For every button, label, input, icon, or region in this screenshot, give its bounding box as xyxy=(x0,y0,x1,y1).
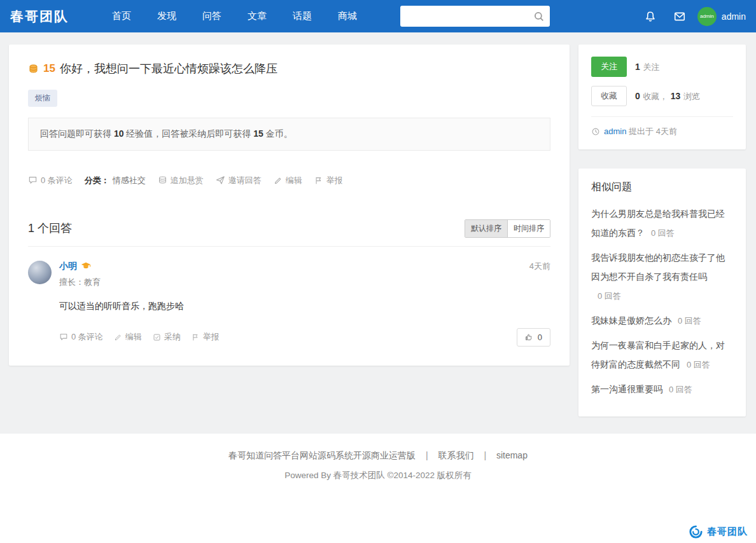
answer-author-link[interactable]: 小明 xyxy=(59,261,77,272)
similar-question-link[interactable]: 我妹妹是傲娇怎么办 xyxy=(591,315,671,326)
answer-edit-button[interactable]: 编辑 xyxy=(114,331,142,343)
category-link[interactable]: 情感社交 xyxy=(113,175,146,186)
upvote-count: 0 xyxy=(538,333,542,342)
footer-brand-logo[interactable]: 春哥团队 xyxy=(688,524,748,540)
answer-comments-label: 0 条评论 xyxy=(71,331,103,343)
comments-count-label: 0 条评论 xyxy=(41,175,73,186)
comment-bubble-icon xyxy=(28,175,38,185)
main-content: 15 你好，我想问一下最近心情烦躁该怎么降压 烦恼 回答问题即可获得 10 经验… xyxy=(0,32,756,434)
nav-item-discover[interactable]: 发现 xyxy=(153,8,180,25)
graduation-cap-icon xyxy=(81,262,91,270)
question-reward: 15 xyxy=(43,62,55,75)
answer-content: 可以适当的听听音乐，跑跑步哈 xyxy=(59,299,550,313)
follow-button[interactable]: 关注 xyxy=(591,57,627,77)
answer-sort-group: 默认排序 时间排序 xyxy=(465,219,550,238)
reward-notice: 回答问题即可获得 10 经验值，回答被采纳后即可获得 15 金币。 xyxy=(28,118,550,151)
similar-answer-count: 0 回答 xyxy=(651,228,675,238)
similar-answer-count: 0 回答 xyxy=(678,316,701,326)
similar-answer-count: 0 回答 xyxy=(687,360,710,369)
answer-comments-toggle[interactable]: 0 条评论 xyxy=(59,331,103,343)
footer-separator: | xyxy=(426,450,428,460)
topic-tag[interactable]: 烦恼 xyxy=(28,90,57,107)
asked-time-label: 提出于 4天前 xyxy=(629,127,677,136)
answer-report-label: 举报 xyxy=(203,331,220,343)
notifications-bell-icon[interactable] xyxy=(644,10,657,23)
nav-item-shop[interactable]: 商城 xyxy=(334,8,361,25)
messages-envelope-icon[interactable] xyxy=(673,10,686,23)
category-label: 分类： xyxy=(85,175,109,186)
question-title: 你好，我想问一下最近心情烦躁该怎么降压 xyxy=(60,61,277,76)
pencil-icon xyxy=(114,333,122,341)
search-input[interactable] xyxy=(407,6,533,27)
answers-count-heading: 1 个回答 xyxy=(28,221,72,236)
upvote-button[interactable]: 0 xyxy=(517,328,550,347)
answer-edit-label: 编辑 xyxy=(125,331,142,343)
collect-button[interactable]: 收藏 xyxy=(591,86,627,106)
user-avatar[interactable]: admin xyxy=(697,7,717,26)
similar-question-link[interactable]: 第一沟通很重要吗 xyxy=(591,384,662,394)
question-card: 15 你好，我想问一下最近心情烦躁该怎么降压 烦恼 回答问题即可获得 10 经验… xyxy=(9,45,570,366)
footer-contact-link[interactable]: 联系我们 xyxy=(438,450,473,460)
invite-answer-label: 邀请回答 xyxy=(228,175,262,186)
nav-item-articles[interactable]: 文章 xyxy=(244,8,270,25)
answer-action-bar: 0 条评论 编辑 xyxy=(59,328,550,347)
views-count: 13 xyxy=(671,91,681,101)
add-bounty-button[interactable]: 追加悬赏 xyxy=(158,175,204,186)
answer-accept-label: 采纳 xyxy=(164,331,181,343)
report-question-label: 举报 xyxy=(326,175,343,186)
edit-question-button[interactable]: 编辑 xyxy=(274,175,302,186)
comment-bubble-icon xyxy=(59,333,68,341)
similar-answer-count: 0 回答 xyxy=(598,291,621,301)
divider xyxy=(591,116,733,117)
flag-icon xyxy=(192,333,200,341)
invite-answer-button[interactable]: 邀请回答 xyxy=(216,175,262,186)
list-item: 第一沟通很重要吗0 回答 xyxy=(591,380,733,399)
nav-item-questions[interactable]: 问答 xyxy=(199,8,225,25)
answer-author-avatar[interactable] xyxy=(28,261,52,284)
sort-time-button[interactable]: 时间排序 xyxy=(508,220,550,237)
nav-item-home[interactable]: 首页 xyxy=(108,8,135,25)
notice-exp-value: 10 xyxy=(114,128,124,139)
answers-header: 1 个回答 默认排序 时间排序 xyxy=(28,219,550,247)
answer-expertise: 擅长：教育 xyxy=(59,277,550,288)
similar-questions-card: 相似问题 为什么男朋友总是给我科普我已经知道的东西？0 回答 我告诉我朋友他的初… xyxy=(578,168,746,416)
main-nav: 首页 发现 问答 文章 话题 商城 xyxy=(108,8,361,25)
list-item: 为什么男朋友总是给我科普我已经知道的东西？0 回答 xyxy=(591,204,733,243)
site-logo[interactable]: 春哥团队 xyxy=(10,8,69,25)
report-question-button[interactable]: 举报 xyxy=(314,175,343,186)
paper-plane-icon xyxy=(216,175,225,185)
similar-question-link[interactable]: 我告诉我朋友他的初恋生孩子了他因为想不开自杀了我有责任吗 xyxy=(591,252,725,282)
comments-toggle[interactable]: 0 条评论 xyxy=(28,175,73,186)
clock-icon xyxy=(591,127,600,136)
answer-accept-button[interactable]: 采纳 xyxy=(153,331,181,343)
expertise-topic-link[interactable]: 教育 xyxy=(84,277,101,287)
notice-coin-value: 15 xyxy=(253,128,263,139)
notice-text: 金币。 xyxy=(263,128,293,139)
reward-coins-icon xyxy=(28,64,39,74)
thumbs-up-icon xyxy=(525,333,533,341)
search-button[interactable] xyxy=(533,11,545,22)
answer-report-button[interactable]: 举报 xyxy=(192,331,220,343)
user-menu[interactable]: admin admin xyxy=(697,7,746,26)
footer: 春哥知道问答平台网站源码系统开源商业运营版 | 联系我们 | sitemap P… xyxy=(0,434,756,481)
follow-count-label: 关注 xyxy=(643,62,659,72)
sidebar: 关注 1 关注 收藏 0 收藏， 13 浏览 xyxy=(578,45,746,416)
nav-item-topics[interactable]: 话题 xyxy=(289,8,316,25)
expertise-label: 擅长： xyxy=(59,277,84,287)
list-item: 为何一夜暴富和白手起家的人，对待财富的态度截然不同0 回答 xyxy=(591,336,733,375)
answer-item: 小明 4天前 擅长：教育 可以适当的听听音乐，跑跑步哈 xyxy=(28,261,550,347)
copyright-text: Powered By 春哥技术团队 ©2014-2022 版权所有 xyxy=(0,470,756,481)
list-item: 我妹妹是傲娇怎么办0 回答 xyxy=(591,311,733,331)
footer-product-link[interactable]: 春哥知道问答平台网站源码系统开源商业运营版 xyxy=(228,450,416,460)
question-stats-card: 关注 1 关注 收藏 0 收藏， 13 浏览 xyxy=(578,45,746,149)
follow-count: 1 xyxy=(635,62,640,72)
navbar: 春哥团队 首页 发现 问答 文章 话题 商城 xyxy=(0,0,756,32)
asker-link[interactable]: admin xyxy=(604,127,626,136)
brand-swirl-icon xyxy=(688,524,704,540)
sort-default-button[interactable]: 默认排序 xyxy=(465,220,508,237)
question-action-bar: 0 条评论 分类： 情感社交 追加悬赏 xyxy=(28,175,550,186)
notice-text: 经验值，回答被采纳后即可获得 xyxy=(123,128,253,139)
list-item: 我告诉我朋友他的初恋生孩子了他因为想不开自杀了我有责任吗0 回答 xyxy=(591,248,733,306)
collect-count: 0 xyxy=(635,91,640,101)
footer-sitemap-link[interactable]: sitemap xyxy=(496,450,528,460)
